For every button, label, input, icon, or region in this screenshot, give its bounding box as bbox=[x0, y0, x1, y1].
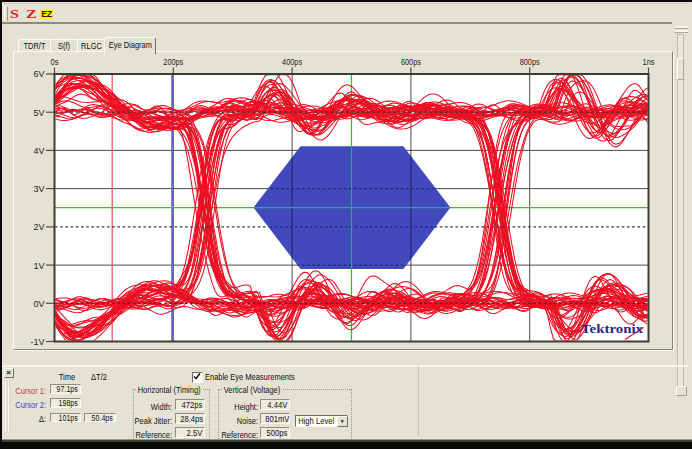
svg-text:2V: 2V bbox=[34, 221, 46, 232]
svg-text:0s: 0s bbox=[51, 56, 59, 67]
svg-text:1V: 1V bbox=[34, 260, 46, 271]
svg-text:200ps: 200ps bbox=[163, 56, 183, 67]
svg-text:6V: 6V bbox=[34, 68, 46, 79]
svg-text:Tektronix: Tektronix bbox=[581, 321, 643, 336]
svg-text:3V: 3V bbox=[34, 183, 46, 194]
svg-text:600ps: 600ps bbox=[401, 56, 421, 67]
svg-text:800ps: 800ps bbox=[520, 56, 540, 67]
svg-text:5V: 5V bbox=[34, 107, 46, 118]
svg-text:-1V: -1V bbox=[31, 336, 46, 347]
svg-text:4V: 4V bbox=[34, 145, 46, 156]
svg-text:1ns: 1ns bbox=[643, 56, 655, 67]
svg-text:0V: 0V bbox=[34, 298, 46, 309]
svg-text:400ps: 400ps bbox=[282, 56, 302, 67]
